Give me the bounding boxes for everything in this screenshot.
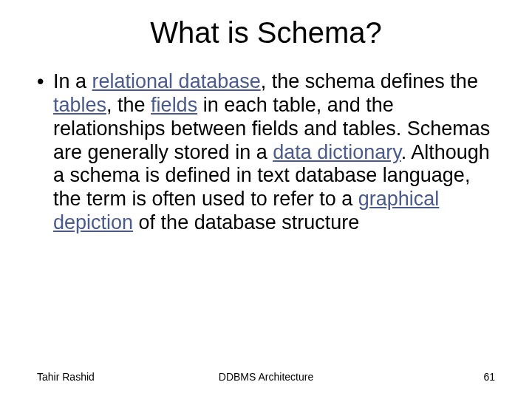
slide-body: • In a relational database, the schema d…	[0, 57, 532, 235]
text-segment: In a	[53, 70, 92, 92]
text-segment: , the	[106, 94, 151, 116]
slide-footer: Tahir Rashid DDBMS Architecture 61	[0, 371, 532, 383]
link-fields[interactable]: fields	[151, 94, 197, 116]
bullet-text: In a relational database, the schema def…	[53, 70, 495, 235]
bullet-item: • In a relational database, the schema d…	[53, 70, 495, 235]
text-segment: of the database structure	[133, 211, 359, 233]
link-relational-database[interactable]: relational database	[92, 70, 261, 92]
link-tables[interactable]: tables	[53, 94, 106, 116]
text-segment: , the schema defines the	[261, 70, 478, 92]
footer-author: Tahir Rashid	[37, 371, 95, 383]
link-data-dictionary[interactable]: data dictionary	[273, 141, 401, 163]
slide: What is Schema? • In a relational databa…	[0, 0, 532, 399]
bullet-mark: •	[37, 70, 53, 235]
slide-title: What is Schema?	[0, 0, 532, 57]
footer-page-number: 61	[483, 371, 495, 383]
